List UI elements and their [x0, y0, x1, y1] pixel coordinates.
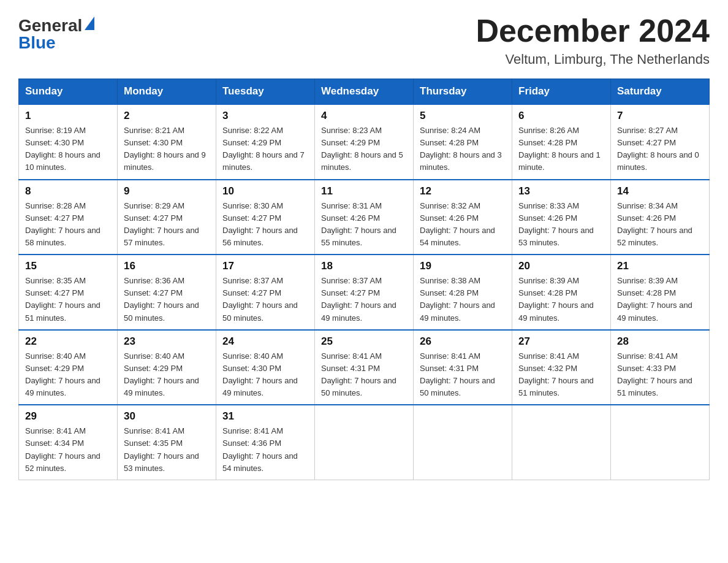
calendar-cell: 8 Sunrise: 8:28 AMSunset: 4:27 PMDayligh… [19, 180, 118, 255]
day-info: Sunrise: 8:41 AMSunset: 4:35 PMDaylight:… [124, 425, 210, 475]
day-number: 10 [222, 185, 308, 197]
day-info: Sunrise: 8:36 AMSunset: 4:27 PMDaylight:… [124, 275, 210, 324]
day-number: 11 [321, 185, 407, 197]
day-number: 19 [420, 260, 506, 272]
day-number: 15 [25, 260, 111, 272]
day-info: Sunrise: 8:41 AMSunset: 4:31 PMDaylight:… [420, 350, 506, 400]
day-info: Sunrise: 8:41 AMSunset: 4:33 PMDaylight:… [617, 350, 703, 400]
day-info: Sunrise: 8:41 AMSunset: 4:32 PMDaylight:… [518, 350, 604, 400]
title-block: December 2024 Veltum, Limburg, The Nethe… [476, 12, 710, 67]
week-row-5: 29 Sunrise: 8:41 AMSunset: 4:34 PMDaylig… [19, 405, 710, 480]
calendar-cell: 12 Sunrise: 8:32 AMSunset: 4:26 PMDaylig… [414, 180, 512, 255]
day-info: Sunrise: 8:22 AMSunset: 4:29 PMDaylight:… [222, 124, 308, 174]
calendar-cell: 2 Sunrise: 8:21 AMSunset: 4:30 PMDayligh… [118, 104, 216, 180]
logo-general-text: General [18, 17, 82, 34]
calendar-cell: 17 Sunrise: 8:37 AMSunset: 4:27 PMDaylig… [216, 255, 315, 330]
day-number: 26 [420, 335, 506, 348]
day-number: 22 [25, 335, 111, 348]
calendar-cell: 9 Sunrise: 8:29 AMSunset: 4:27 PMDayligh… [118, 180, 216, 255]
day-info: Sunrise: 8:30 AMSunset: 4:27 PMDaylight:… [222, 200, 308, 250]
weekday-header-tuesday: Tuesday [216, 79, 315, 105]
day-info: Sunrise: 8:41 AMSunset: 4:36 PMDaylight:… [222, 425, 308, 475]
day-info: Sunrise: 8:34 AMSunset: 4:26 PMDaylight:… [617, 200, 703, 250]
day-info: Sunrise: 8:41 AMSunset: 4:34 PMDaylight:… [25, 425, 111, 475]
day-info: Sunrise: 8:19 AMSunset: 4:30 PMDaylight:… [25, 124, 111, 174]
day-number: 9 [124, 185, 210, 197]
calendar-table: SundayMondayTuesdayWednesdayThursdayFrid… [18, 79, 710, 480]
day-number: 30 [124, 410, 210, 423]
day-number: 8 [25, 185, 111, 197]
day-info: Sunrise: 8:26 AMSunset: 4:28 PMDaylight:… [518, 124, 604, 174]
day-info: Sunrise: 8:37 AMSunset: 4:27 PMDaylight:… [222, 275, 308, 324]
calendar-cell: 3 Sunrise: 8:22 AMSunset: 4:29 PMDayligh… [216, 104, 315, 180]
weekday-header-wednesday: Wednesday [315, 79, 414, 105]
day-number: 7 [617, 110, 703, 122]
calendar-cell: 26 Sunrise: 8:41 AMSunset: 4:31 PMDaylig… [414, 330, 512, 405]
calendar-cell: 10 Sunrise: 8:30 AMSunset: 4:27 PMDaylig… [216, 180, 315, 255]
calendar-cell: 25 Sunrise: 8:41 AMSunset: 4:31 PMDaylig… [315, 330, 414, 405]
day-info: Sunrise: 8:24 AMSunset: 4:28 PMDaylight:… [420, 124, 506, 174]
weekday-header-monday: Monday [118, 79, 216, 105]
weekday-header-sunday: Sunday [19, 79, 118, 105]
day-info: Sunrise: 8:33 AMSunset: 4:26 PMDaylight:… [518, 200, 604, 250]
calendar-cell: 20 Sunrise: 8:39 AMSunset: 4:28 PMDaylig… [512, 255, 611, 330]
calendar-cell: 31 Sunrise: 8:41 AMSunset: 4:36 PMDaylig… [216, 405, 315, 480]
day-info: Sunrise: 8:23 AMSunset: 4:29 PMDaylight:… [321, 124, 407, 174]
calendar-cell [611, 405, 710, 480]
calendar-cell: 1 Sunrise: 8:19 AMSunset: 4:30 PMDayligh… [19, 104, 118, 180]
day-number: 6 [518, 110, 604, 122]
calendar-cell: 23 Sunrise: 8:40 AMSunset: 4:29 PMDaylig… [118, 330, 216, 405]
day-number: 13 [518, 185, 604, 197]
calendar-cell: 24 Sunrise: 8:40 AMSunset: 4:30 PMDaylig… [216, 330, 315, 405]
day-number: 28 [617, 335, 703, 348]
day-info: Sunrise: 8:31 AMSunset: 4:26 PMDaylight:… [321, 200, 407, 250]
day-number: 5 [420, 110, 506, 122]
day-info: Sunrise: 8:29 AMSunset: 4:27 PMDaylight:… [124, 200, 210, 250]
day-number: 20 [518, 260, 604, 272]
calendar-cell: 30 Sunrise: 8:41 AMSunset: 4:35 PMDaylig… [118, 405, 216, 480]
week-row-4: 22 Sunrise: 8:40 AMSunset: 4:29 PMDaylig… [19, 330, 710, 405]
day-number: 1 [25, 110, 111, 122]
day-info: Sunrise: 8:37 AMSunset: 4:27 PMDaylight:… [321, 275, 407, 324]
day-info: Sunrise: 8:32 AMSunset: 4:26 PMDaylight:… [420, 200, 506, 250]
calendar-cell: 14 Sunrise: 8:34 AMSunset: 4:26 PMDaylig… [611, 180, 710, 255]
calendar-cell [315, 405, 414, 480]
day-number: 4 [321, 110, 407, 122]
weekday-header-thursday: Thursday [414, 79, 512, 105]
calendar-cell: 11 Sunrise: 8:31 AMSunset: 4:26 PMDaylig… [315, 180, 414, 255]
day-info: Sunrise: 8:21 AMSunset: 4:30 PMDaylight:… [124, 124, 210, 174]
calendar-cell [414, 405, 512, 480]
calendar-cell: 6 Sunrise: 8:26 AMSunset: 4:28 PMDayligh… [512, 104, 611, 180]
calendar-cell: 19 Sunrise: 8:38 AMSunset: 4:28 PMDaylig… [414, 255, 512, 330]
logo: General Blue [18, 17, 94, 52]
weekday-header-row: SundayMondayTuesdayWednesdayThursdayFrid… [19, 79, 710, 105]
page-header: General Blue December 2024 Veltum, Limbu… [18, 12, 710, 67]
weekday-header-saturday: Saturday [611, 79, 710, 105]
day-number: 24 [222, 335, 308, 348]
calendar-cell: 13 Sunrise: 8:33 AMSunset: 4:26 PMDaylig… [512, 180, 611, 255]
calendar-cell: 28 Sunrise: 8:41 AMSunset: 4:33 PMDaylig… [611, 330, 710, 405]
calendar-cell: 16 Sunrise: 8:36 AMSunset: 4:27 PMDaylig… [118, 255, 216, 330]
day-number: 3 [222, 110, 308, 122]
day-info: Sunrise: 8:40 AMSunset: 4:29 PMDaylight:… [124, 350, 210, 400]
day-info: Sunrise: 8:27 AMSunset: 4:27 PMDaylight:… [617, 124, 703, 174]
calendar-cell: 7 Sunrise: 8:27 AMSunset: 4:27 PMDayligh… [611, 104, 710, 180]
calendar-cell: 18 Sunrise: 8:37 AMSunset: 4:27 PMDaylig… [315, 255, 414, 330]
calendar-cell: 15 Sunrise: 8:35 AMSunset: 4:27 PMDaylig… [19, 255, 118, 330]
calendar-cell: 29 Sunrise: 8:41 AMSunset: 4:34 PMDaylig… [19, 405, 118, 480]
week-row-1: 1 Sunrise: 8:19 AMSunset: 4:30 PMDayligh… [19, 104, 710, 180]
calendar-cell: 21 Sunrise: 8:39 AMSunset: 4:28 PMDaylig… [611, 255, 710, 330]
logo-triangle-icon [85, 17, 94, 30]
day-info: Sunrise: 8:41 AMSunset: 4:31 PMDaylight:… [321, 350, 407, 400]
calendar-cell: 27 Sunrise: 8:41 AMSunset: 4:32 PMDaylig… [512, 330, 611, 405]
day-number: 21 [617, 260, 703, 272]
calendar-cell [512, 405, 611, 480]
day-number: 2 [124, 110, 210, 122]
day-number: 27 [518, 335, 604, 348]
day-info: Sunrise: 8:35 AMSunset: 4:27 PMDaylight:… [25, 275, 111, 324]
day-number: 12 [420, 185, 506, 197]
weekday-header-friday: Friday [512, 79, 611, 105]
day-info: Sunrise: 8:40 AMSunset: 4:30 PMDaylight:… [222, 350, 308, 400]
day-number: 31 [222, 410, 308, 423]
day-info: Sunrise: 8:40 AMSunset: 4:29 PMDaylight:… [25, 350, 111, 400]
